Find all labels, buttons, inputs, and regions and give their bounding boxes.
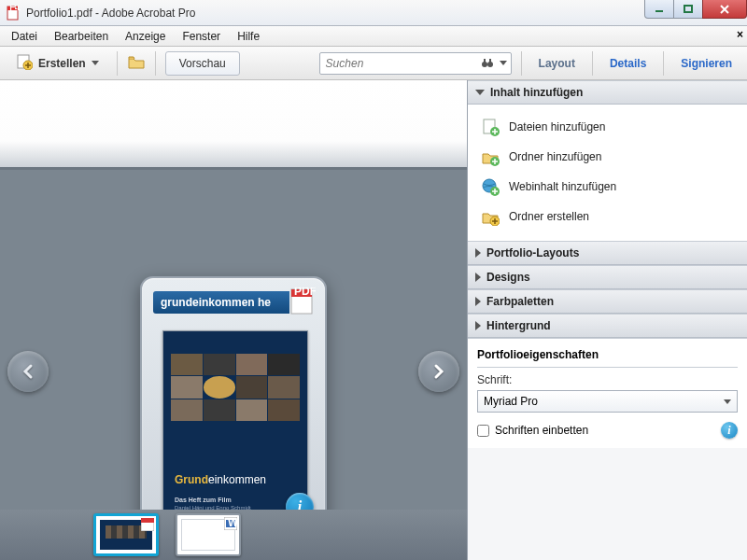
svg-rect-10 [489, 59, 491, 63]
section-label: Farbpaletten [486, 295, 554, 308]
section-background[interactable]: Hintergrund [468, 314, 747, 338]
chevron-right-icon [475, 248, 481, 258]
toolbar-divider [663, 51, 664, 76]
binoculars-icon[interactable] [481, 56, 494, 72]
cover-title: Grundeinkommen [175, 473, 266, 486]
card-filename[interactable]: grundeinkommen he [153, 291, 289, 314]
search-dropdown-icon[interactable] [500, 61, 507, 65]
properties-header: Portfolioeigenschaften [477, 344, 738, 368]
section-label: Portfolio-Layouts [486, 246, 579, 259]
portfolio-canvas: grundeinkommen he PDF Grundeinkommen Das… [0, 80, 467, 560]
word-icon: W [224, 517, 237, 530]
menu-anzeige[interactable]: Anzeige [118, 28, 173, 45]
tab-signieren[interactable]: Signieren [673, 57, 740, 70]
svg-text:PDF: PDF [294, 287, 316, 298]
add-files-icon [481, 118, 500, 136]
pdf-icon [141, 518, 154, 531]
create-icon [16, 53, 33, 73]
section-palettes[interactable]: Farbpaletten [468, 289, 747, 314]
right-panel: Inhalt hinzufügen Dateien hinzufügen Ord… [467, 80, 747, 560]
open-icon[interactable] [127, 53, 146, 73]
chevron-down-icon [475, 90, 485, 95]
document-close-button[interactable]: × [737, 28, 743, 41]
section-label: Inhalt hinzufügen [490, 86, 583, 99]
window-minimize-button[interactable] [644, 0, 674, 19]
embed-fonts-label: Schriften einbetten [495, 424, 588, 437]
window-title: Portfolio1.pdf - Adobe Acrobat Pro [26, 7, 645, 20]
section-label: Hintergrund [486, 319, 551, 332]
toolbar: Erstellen Vorschau Layout Details Signie… [0, 47, 747, 80]
portfolio-properties: Portfolioeigenschaften Schrift: Myriad P… [468, 338, 747, 448]
section-add-content[interactable]: Inhalt hinzufügen [468, 80, 747, 105]
toolbar-divider [155, 51, 156, 76]
font-value: Myriad Pro [484, 395, 538, 408]
app-icon: PDF [6, 6, 21, 21]
section-designs[interactable]: Designs [468, 265, 747, 289]
menu-fenster[interactable]: Fenster [175, 28, 228, 45]
thumbnail-item[interactable] [93, 513, 159, 556]
next-item-button[interactable] [418, 351, 459, 392]
toolbar-divider [117, 51, 118, 76]
menu-hilfe[interactable]: Hilfe [230, 28, 267, 45]
chevron-right-icon [475, 273, 481, 282]
add-files-label: Dateien hinzufügen [509, 120, 605, 133]
menu-bearbeiten[interactable]: Bearbeiten [47, 28, 116, 45]
chevron-right-icon [475, 297, 481, 306]
tab-layout[interactable]: Layout [531, 57, 583, 70]
pdf-icon: PDF [289, 287, 316, 315]
search-field[interactable] [319, 52, 512, 75]
svg-rect-21 [141, 518, 154, 523]
thumbnail-mosaic [171, 354, 300, 421]
add-web-icon [481, 177, 500, 196]
cover-subtitle: Das Heft zum Film [175, 497, 232, 503]
tab-details[interactable]: Details [602, 57, 654, 70]
thumbnail-item[interactable]: W [176, 513, 241, 556]
chevron-right-icon [475, 321, 481, 330]
svg-rect-3 [655, 10, 663, 12]
create-button[interactable]: Erstellen [7, 51, 107, 76]
create-label: Erstellen [38, 57, 86, 70]
chevron-down-icon [724, 399, 731, 404]
add-content-body: Dateien hinzufügen Ordner hinzufügen Web… [468, 105, 747, 241]
preview-label: Vorschau [179, 57, 226, 70]
canvas-header-area [0, 80, 467, 170]
menu-bar: Datei Bearbeiten Anzeige Fenster Hilfe × [0, 26, 747, 47]
add-web-button[interactable]: Webinhalt hinzufügen [477, 172, 738, 202]
menu-datei[interactable]: Datei [4, 28, 45, 45]
add-files-button[interactable]: Dateien hinzufügen [477, 112, 738, 142]
section-layouts[interactable]: Portfolio-Layouts [468, 241, 747, 265]
create-folder-icon [481, 207, 500, 226]
toolbar-divider [592, 51, 593, 76]
create-folder-button[interactable]: Ordner erstellen [477, 202, 738, 231]
add-folder-label: Ordner hinzufügen [509, 150, 601, 163]
window-titlebar: PDF Portfolio1.pdf - Adobe Acrobat Pro [0, 0, 747, 26]
embed-fonts-checkbox[interactable] [477, 425, 489, 437]
add-folder-button[interactable]: Ordner hinzufügen [477, 142, 738, 172]
prev-item-button[interactable] [7, 351, 49, 392]
font-combobox[interactable]: Myriad Pro [477, 390, 738, 413]
toolbar-divider [521, 51, 522, 76]
font-label: Schrift: [477, 373, 738, 386]
section-label: Designs [486, 271, 530, 284]
svg-rect-9 [484, 59, 486, 63]
create-folder-label: Ordner erstellen [509, 210, 589, 223]
info-icon[interactable]: i [721, 422, 738, 439]
preview-button[interactable]: Vorschau [165, 51, 240, 76]
add-web-label: Webinhalt hinzufügen [509, 180, 616, 193]
add-folder-icon [481, 147, 500, 166]
thumbnail-strip: W [0, 510, 467, 560]
svg-rect-4 [684, 6, 692, 12]
svg-text:W: W [228, 517, 237, 529]
window-close-button[interactable] [702, 0, 747, 19]
chevron-down-icon [92, 61, 99, 65]
window-maximize-button[interactable] [673, 0, 703, 19]
